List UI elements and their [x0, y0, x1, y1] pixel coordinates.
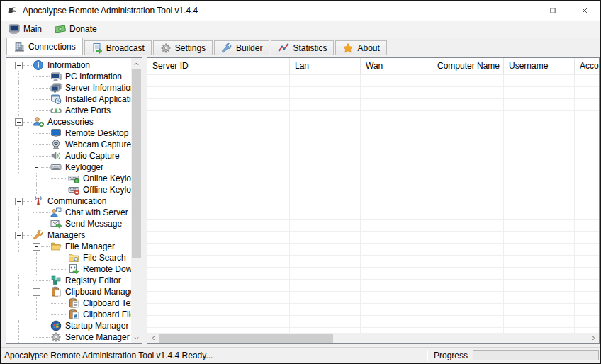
tree-item-keylogger[interactable]: Keylogger: [6, 161, 131, 173]
tree-connector-line: [18, 82, 19, 93]
dotted-connector: [33, 224, 50, 224]
tree-item-installed-applications[interactable]: Installed Applications: [6, 93, 131, 105]
tree-item-label: Online Keylogger: [83, 174, 131, 183]
dotted-connector: [33, 99, 50, 100]
tree-connector-slot: [50, 173, 68, 184]
tab-label: Statistics: [293, 43, 327, 53]
tree-item-information[interactable]: Information: [6, 59, 131, 71]
collapse-toggle-icon[interactable]: [15, 118, 23, 126]
tab-bar: ConnectionsBroadcastSettingsBuilderStati…: [1, 38, 600, 55]
tab-label: Builder: [236, 43, 262, 53]
collapse-toggle-icon[interactable]: [15, 232, 23, 239]
tree-item-accessories[interactable]: Accessories: [6, 116, 131, 127]
tree-item-chat-with-server[interactable]: Chat with Server: [6, 207, 131, 218]
table-horizontal-scrollbar[interactable]: [147, 333, 599, 343]
collapse-toggle-icon[interactable]: [15, 198, 23, 205]
keyboard-offline-icon: [68, 184, 79, 195]
tree-item-file-manager[interactable]: File Manager: [6, 241, 131, 252]
tab-label: Settings: [175, 43, 206, 53]
tree-item-webcam-capture[interactable]: Webcam Capture: [6, 139, 131, 150]
tree-connector-line: [18, 150, 19, 161]
tab-label: Broadcast: [106, 43, 145, 53]
tree-item-offline-keylogger[interactable]: Offline Keylogger: [6, 184, 131, 195]
tree-scrollbar-thumb[interactable]: [132, 69, 141, 258]
collapse-toggle-icon[interactable]: [33, 288, 40, 296]
tree-item-label: Remote Desktop: [65, 128, 128, 138]
tab-broadcast[interactable]: Broadcast: [84, 40, 152, 55]
tree-item-startup-manager[interactable]: Startup Manager: [6, 320, 131, 331]
folder-open-icon: [50, 241, 62, 252]
tree-connector-line: [18, 331, 19, 343]
window-title: Apocalypse Remote Administration Tool v1…: [23, 1, 198, 21]
keyboard-online-icon: [68, 173, 79, 184]
tree-item-remote-download[interactable]: Remote Download: [6, 263, 131, 275]
tree-item-audio-capture[interactable]: Audio Capture: [6, 150, 131, 161]
tree-connector-slot: [33, 150, 50, 161]
tree-item-label: Managers: [47, 230, 85, 240]
tree-item-registry-editor[interactable]: Registry Editor: [6, 275, 131, 286]
table-scrollbar-thumb[interactable]: [159, 334, 333, 343]
tree-connector-line: [36, 309, 37, 320]
scroll-right-button[interactable]: [588, 333, 599, 343]
tree-scrollbar[interactable]: [131, 58, 142, 343]
scroll-up-button[interactable]: [131, 58, 142, 69]
tree-item-clipboard-text[interactable]: Clipboard Text: [6, 297, 131, 309]
menu-item-main[interactable]: Main: [2, 22, 48, 36]
column-header-lan[interactable]: Lan: [290, 58, 361, 74]
tab-settings[interactable]: Settings: [153, 40, 213, 55]
tree-item-managers[interactable]: Managers: [6, 229, 131, 241]
html-download-icon: [68, 263, 79, 275]
tree-item-label: Service Manager: [65, 332, 130, 342]
collapse-toggle-icon[interactable]: [33, 164, 40, 171]
tree-item-server-information[interactable]: Server Information: [6, 82, 131, 93]
antenna-icon: [33, 195, 44, 207]
scroll-left-button[interactable]: [147, 333, 159, 343]
column-header-username[interactable]: Username: [504, 58, 575, 74]
tree-connector-line: [18, 286, 19, 297]
tree-item-communication[interactable]: Communication: [6, 195, 131, 207]
tree-item-label: Installed Applications: [65, 94, 131, 104]
column-header-wan[interactable]: Wan: [361, 58, 432, 74]
connections-tree-panel: InformationPC InformationServer Informat…: [6, 57, 142, 344]
tree-item-file-search[interactable]: File Search: [6, 252, 131, 263]
tab-builder[interactable]: Builder: [214, 40, 269, 55]
installed-apps-icon: [50, 93, 62, 105]
close-button[interactable]: [568, 1, 600, 21]
tree-item-online-keylogger[interactable]: Online Keylogger: [6, 173, 131, 184]
dotted-connector: [41, 292, 50, 292]
tree-item-label: Clipboard Text: [83, 298, 131, 308]
tree-item-remote-desktop[interactable]: Remote Desktop: [6, 127, 131, 139]
tree-item-active-ports[interactable]: Active Ports: [6, 105, 131, 116]
tree-item-label: Clipboard Manager: [65, 287, 131, 297]
maximize-button[interactable]: [537, 1, 568, 21]
tab-connections[interactable]: Connections: [6, 38, 83, 55]
chevron-up-icon: [133, 61, 140, 67]
expander-slot: [15, 116, 33, 127]
tree-item-service-manager[interactable]: Service Manager: [6, 331, 131, 343]
tree-connector-line: [36, 184, 37, 195]
column-header-account-type[interactable]: Account Type: [575, 58, 599, 74]
dotted-connector: [33, 280, 50, 281]
tree-item-label: Registry Editor: [65, 275, 121, 285]
dotted-connector: [51, 190, 67, 190]
tree-item-send-message[interactable]: Send Message: [6, 218, 131, 229]
expander-slot: [33, 241, 50, 252]
dotted-connector: [33, 88, 50, 89]
scroll-down-button[interactable]: [131, 332, 142, 343]
menu-item-donate[interactable]: Donate: [48, 22, 103, 36]
collapse-toggle-icon[interactable]: [15, 62, 23, 69]
column-header-computer-name[interactable]: Computer Name: [432, 58, 504, 74]
tab-statistics[interactable]: Statistics: [271, 40, 334, 55]
tree-item-clipboard-files[interactable]: Clipboard Files: [6, 309, 131, 320]
tree-connector-line: [18, 218, 19, 229]
server-monitor-icon: [50, 82, 62, 93]
column-header-server-id[interactable]: Server ID: [147, 58, 290, 74]
dotted-connector: [33, 133, 50, 134]
tree-item-clipboard-manager[interactable]: Clipboard Manager: [6, 286, 131, 297]
clipboard-icon: [50, 286, 62, 297]
tree-item-pc-information[interactable]: PC Information: [6, 71, 131, 82]
collapse-toggle-icon[interactable]: [33, 243, 40, 251]
tree-connector-line: [36, 263, 37, 275]
minimize-button[interactable]: [505, 1, 537, 21]
tab-about[interactable]: About: [335, 40, 386, 55]
